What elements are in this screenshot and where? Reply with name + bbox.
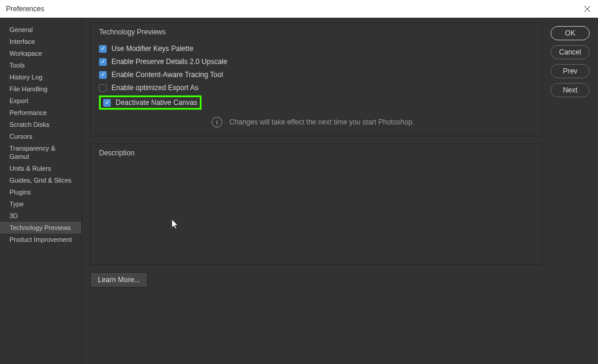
- technology-previews-group: Technology Previews Use Modifier Keys Pa…: [90, 23, 542, 136]
- sidebar-item[interactable]: Cursors: [0, 130, 81, 142]
- sidebar-item-label: Product Improvement: [9, 236, 72, 243]
- action-buttons: OK Cancel Prev Next: [551, 18, 598, 364]
- sidebar-item[interactable]: Guides, Grid & Slices: [0, 174, 81, 186]
- sidebar-item-label: Cursors: [9, 133, 33, 140]
- window-title: Preferences: [6, 5, 44, 13]
- checkbox[interactable]: [103, 99, 111, 107]
- info-text: Changes will take effect the next time y…: [229, 118, 414, 126]
- sidebar-item-label: Interface: [9, 38, 35, 45]
- sidebar-item[interactable]: Export: [0, 95, 81, 107]
- sidebar-item[interactable]: Type: [0, 198, 81, 210]
- sidebar-item[interactable]: Tools: [0, 59, 81, 71]
- checkbox-row: Use Modifier Keys Palette: [99, 42, 533, 55]
- sidebar-item-label: History Log: [9, 74, 43, 81]
- prev-button[interactable]: Prev: [551, 64, 590, 78]
- sidebar-item-label: Tools: [9, 62, 25, 69]
- checkbox-row: Deactivate Native Canvas: [99, 95, 202, 110]
- sidebar-item[interactable]: Units & Rulers: [0, 162, 81, 174]
- sidebar-item-label: File Handling: [9, 85, 47, 92]
- checkbox-label: Deactivate Native Canvas: [116, 98, 197, 107]
- sidebar: GeneralInterfaceWorkspaceToolsHistory Lo…: [0, 18, 82, 364]
- cancel-button[interactable]: Cancel: [551, 45, 590, 59]
- checkbox-row: Enable Content-Aware Tracing Tool: [99, 68, 533, 81]
- sidebar-item[interactable]: Scratch Disks: [0, 119, 81, 130]
- checkbox-label: Enable Content-Aware Tracing Tool: [111, 71, 223, 79]
- checkbox-label: Enable Preserve Details 2.0 Upscale: [111, 58, 227, 66]
- sidebar-item-label: General: [9, 26, 33, 33]
- description-title: Description: [99, 149, 533, 157]
- checkbox-row: Enable optimized Export As: [99, 81, 533, 94]
- next-button[interactable]: Next: [551, 83, 590, 97]
- sidebar-item[interactable]: Transparency & Gamut: [0, 142, 81, 162]
- sidebar-item[interactable]: Plugins: [0, 186, 81, 198]
- content-panel: Technology Previews Use Modifier Keys Pa…: [82, 18, 551, 364]
- sidebar-item-label: 3D: [9, 212, 18, 219]
- learn-more-label: Learn More...: [98, 276, 140, 284]
- sidebar-item[interactable]: Interface: [0, 36, 81, 47]
- checkbox-label: Use Modifier Keys Palette: [111, 44, 193, 53]
- sidebar-item[interactable]: Product Improvement: [0, 234, 81, 245]
- sidebar-item[interactable]: Workspace: [0, 47, 81, 59]
- main-area: GeneralInterfaceWorkspaceToolsHistory Lo…: [0, 18, 598, 364]
- checkbox[interactable]: [99, 58, 107, 66]
- close-button[interactable]: [581, 3, 593, 15]
- sidebar-item[interactable]: Technology Previews: [0, 222, 81, 234]
- sidebar-item-label: Technology Previews: [9, 224, 71, 231]
- description-group: Description: [90, 143, 542, 265]
- sidebar-item[interactable]: General: [0, 24, 81, 36]
- sidebar-item-label: Workspace: [9, 50, 42, 57]
- sidebar-item-label: Guides, Grid & Slices: [9, 177, 72, 184]
- info-icon: i: [212, 117, 222, 127]
- checkbox[interactable]: [99, 45, 107, 53]
- checkbox[interactable]: [99, 71, 107, 79]
- learn-more-button[interactable]: Learn More...: [90, 272, 148, 288]
- ok-button[interactable]: OK: [551, 26, 590, 40]
- checkbox-row: Enable Preserve Details 2.0 Upscale: [99, 55, 533, 68]
- info-row: i Changes will take effect the next time…: [99, 117, 533, 127]
- checkbox[interactable]: [99, 84, 107, 92]
- sidebar-item-label: Scratch Disks: [9, 121, 49, 128]
- section-title: Technology Previews: [99, 28, 533, 36]
- sidebar-item-label: Type: [9, 200, 24, 207]
- checkbox-label: Enable optimized Export As: [111, 84, 199, 92]
- titlebar: Preferences: [0, 0, 598, 18]
- sidebar-item-label: Transparency & Gamut: [9, 145, 55, 160]
- close-icon: [584, 5, 591, 12]
- sidebar-item[interactable]: Performance: [0, 107, 81, 119]
- sidebar-item[interactable]: 3D: [0, 210, 81, 222]
- sidebar-item[interactable]: File Handling: [0, 83, 81, 95]
- sidebar-item-label: Performance: [9, 109, 47, 116]
- sidebar-item[interactable]: History Log: [0, 71, 81, 83]
- sidebar-item-label: Plugins: [9, 189, 31, 196]
- sidebar-item-label: Export: [9, 97, 28, 104]
- sidebar-item-label: Units & Rulers: [9, 165, 51, 172]
